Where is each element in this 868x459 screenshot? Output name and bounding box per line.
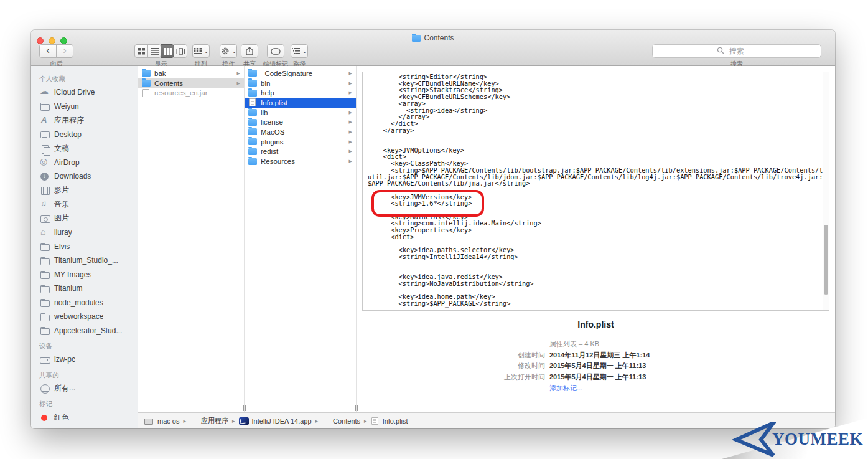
finder-window: Contents ‹ › 向后 [31,30,835,428]
globe-icon [40,384,50,393]
action-button[interactable]: ⌄ [220,44,237,58]
file-row[interactable]: Contents ▶ [138,78,244,88]
breadcrumb-label: IntelliJ IDEA 14.app [252,417,312,425]
blue-folder-icon [248,158,257,165]
sidebar-item[interactable]: 图片 [31,212,138,226]
sidebar-item-label: 应用程序 [54,115,84,126]
chevron-down-icon: ⌄ [302,49,307,54]
file-row[interactable]: resources_en.jar [138,88,244,98]
share-group: 共享 [241,44,258,69]
file-info-row: 创建时间 2014年11月12日星期三 上午1:14 [357,350,835,361]
file-icon [371,417,378,425]
file-name: lib [261,109,349,116]
sidebar-section-header: 共享的 [31,367,138,382]
column-resize-handle[interactable] [353,405,360,411]
sidebar-item[interactable]: AirDrop [31,156,138,170]
sidebar-item-label: Weiyun [54,102,79,111]
preview-scrollbar-track[interactable] [823,72,829,310]
edit-tags-button[interactable] [267,44,284,58]
arrange-button[interactable]: ⌄ [192,44,210,58]
sidebar-item-label: MY Images [54,270,91,279]
file-row[interactable]: license ▶ [245,117,356,127]
computer-icon [144,417,154,425]
gray-folder-icon [40,102,50,111]
arrange-group: ⌄ 排列 [192,44,210,69]
sidebar-item[interactable]: lzw-pc [31,353,138,367]
sidebar-item[interactable]: Downloads [31,169,138,184]
file-row[interactable]: bak ▶ [138,69,244,78]
plist-preview-box: <string>Editor</string> <key>CFBundleURL… [362,72,829,311]
file-row[interactable]: Info.plist [245,98,356,108]
sidebar-item[interactable]: iCloud Drive [31,85,138,100]
intellij-icon [239,417,249,425]
list-view-button[interactable] [147,44,161,58]
file-row[interactable]: help ▶ [245,88,356,98]
forward-button[interactable]: › [56,44,73,58]
file-name: redist [261,148,349,155]
column-resize-handle[interactable] [241,405,248,411]
folder-icon [322,417,330,425]
sidebar-item[interactable]: 应用程序 [31,113,138,128]
breadcrumb-label: mac os [157,417,179,425]
breadcrumb-item[interactable]: Info.plist [360,417,408,425]
sidebar-item[interactable]: 所有... [31,382,138,396]
preview-scrollbar-thumb[interactable] [824,225,828,295]
blue-folder-icon [142,80,151,87]
search-input[interactable] [652,44,821,58]
watermark: YOUMEEK [732,422,863,457]
sidebar-section: 个人收藏 iCloud Drive Weiyun [31,70,138,338]
sidebar-item[interactable]: liuray [31,225,138,240]
breadcrumb-item[interactable]: Contents [312,417,361,425]
sidebar-item[interactable]: Appcelerator_Stud... [31,324,138,338]
file-row[interactable]: lib ▶ [245,108,356,118]
back-button[interactable]: ‹ [39,44,57,58]
info-value: 2015年5月4日星期一 上午11:13 [549,372,646,382]
file-row[interactable]: redist ▶ [245,147,356,157]
sidebar-item[interactable]: 音乐 [31,197,138,212]
gray-folder-icon [40,326,50,335]
sidebar-item-label: lzw-pc [54,355,75,364]
share-button[interactable] [241,44,258,58]
blue-folder-icon [248,119,257,126]
sidebar-item[interactable]: Elvis [31,240,138,254]
tag-icon [271,48,281,55]
sidebar-item[interactable]: Desktop [31,128,138,142]
sidebar-item-label: AirDrop [54,158,80,167]
toolbar: Contents ‹ › 向后 [31,30,835,66]
file-name: MacOS [261,128,349,136]
file-row[interactable]: plugins ▶ [245,137,356,147]
icon-view-button[interactable] [134,44,148,58]
file-row[interactable]: bin ▶ [245,78,356,88]
file-row[interactable]: Resources ▶ [245,156,356,166]
breadcrumb-item[interactable]: mac os [144,417,179,425]
docs-icon [40,144,50,153]
sidebar-item[interactable]: node_modules [31,296,138,310]
info-value: 添加标记... [549,384,582,393]
file-row[interactable]: MacOS ▶ [245,127,356,137]
grid-view-icon [138,48,146,55]
photos-icon [40,214,50,223]
sidebar-item[interactable]: Titanium [31,282,138,296]
file-info-rows: 属性列表 – 4 KB 创建时间 2014年11月12日星期三 上午1:14 修… [357,339,835,394]
sidebar-item-label: 红色 [54,412,69,423]
disclosure-arrow-icon: ▶ [349,81,352,86]
sidebar-item[interactable]: 文稿 [31,141,138,156]
sidebar-item[interactable]: webworkspace [31,310,138,324]
coverflow-view-icon [176,48,185,55]
disclosure-arrow-icon: ▶ [349,159,352,164]
breadcrumb-item[interactable]: 应用程序 [179,416,228,425]
desktop-icon [40,130,50,139]
sidebar-item[interactable]: Weiyun [31,100,138,114]
gray-folder-icon [40,298,50,307]
sidebar-item[interactable]: MY Images [31,268,138,282]
sidebar-item-label: 音乐 [54,199,69,210]
coverflow-view-button[interactable] [174,44,187,58]
path-button[interactable]: ⌄ [291,44,308,58]
column-view-button[interactable] [161,44,174,58]
sidebar-item[interactable]: 影片 [31,184,138,198]
sidebar-item[interactable]: Titanium_Studio_... [31,253,138,268]
breadcrumb-item[interactable]: IntelliJ IDEA 14.app [228,417,312,425]
sidebar-item-label: Titanium_Studio_... [54,256,118,265]
file-row[interactable]: _CodeSignature ▶ [245,69,356,78]
sidebar-item[interactable]: 红色 [31,410,138,425]
